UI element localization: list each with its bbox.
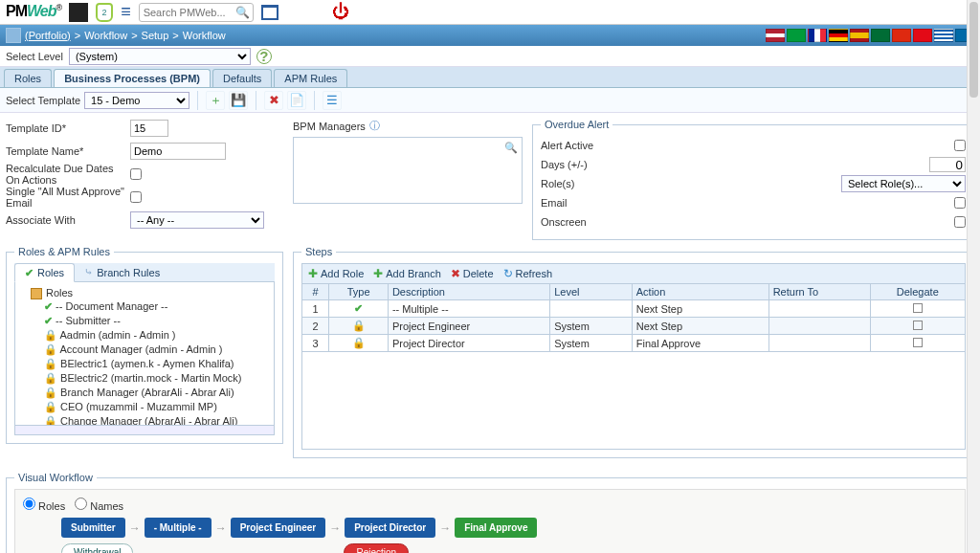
calendar-icon[interactable] (261, 5, 278, 20)
roles-sub-tabs: ✔ Roles⤷ Branch Rules (14, 263, 275, 282)
alert-active-checkbox[interactable] (954, 140, 966, 151)
steps-add-role-button[interactable]: ✚Add Role (308, 267, 364, 280)
roles-apm-fieldset: Roles & APM Rules ✔ Roles⤷ Branch Rules … (6, 246, 283, 444)
tree-item[interactable]: ✔ -- Document Manager -- (44, 299, 272, 314)
flag-cn[interactable] (892, 29, 911, 42)
alert-active-label: Alert Active (541, 140, 954, 151)
tree-item[interactable]: ✔ -- Submitter -- (44, 314, 272, 328)
wf-node[interactable]: Project Director (345, 518, 435, 538)
bpm-managers-label: BPM Managers (293, 121, 366, 132)
single-email-label: Single "All Must Approve" Email (6, 186, 130, 209)
flag-gr[interactable] (934, 29, 953, 42)
flag-br[interactable] (787, 29, 806, 42)
flag-es[interactable] (850, 29, 869, 42)
associate-label: Associate With (6, 214, 130, 226)
overdue-alert-fieldset: Overdue Alert Alert Active Days (+/-) Ro… (532, 119, 974, 240)
tab-defaults[interactable]: Defaults (212, 69, 272, 87)
wf-node[interactable]: - Multiple - (145, 518, 212, 538)
tree-item[interactable]: 🔒 CEO (muzammil - Muzammil MP) (44, 400, 272, 414)
select-level-row: Select Level (System) ? (0, 46, 980, 67)
tab-apm-rules[interactable]: APM Rules (274, 69, 347, 87)
wf-final-node[interactable]: Final Approve (455, 518, 537, 538)
roles-dropdown[interactable]: Select Role(s)... (841, 175, 966, 192)
tree-item[interactable]: 🔒 BElectric1 (aymen.k - Aymen Khalifa) (44, 357, 272, 371)
top-bar: PMWeb® 2 ≡ 🔍 ⏻ (0, 0, 980, 25)
template-id-input[interactable] (130, 120, 168, 137)
breadcrumb-l1: Workflow (84, 30, 127, 41)
email-checkbox[interactable] (954, 197, 966, 209)
new-button[interactable]: ＋ (206, 91, 225, 110)
power-icon[interactable]: ⏻ (332, 2, 349, 22)
table-row[interactable]: 2🔒Project EngineerSystemNext Step (302, 318, 966, 335)
select-template-label: Select Template (6, 95, 80, 106)
recalc-label: Recalculate Due Dates On Actions (6, 163, 130, 186)
user-avatar[interactable] (69, 3, 88, 22)
arrow-icon: → (329, 521, 341, 535)
associate-dropdown[interactable]: -- Any -- (130, 211, 264, 229)
days-label: Days (+/-) (541, 159, 929, 170)
search-icon[interactable]: 🔍 (235, 6, 250, 19)
recalc-checkbox[interactable] (130, 168, 142, 180)
roles-tree[interactable]: Roles✔ -- Document Manager --✔ -- Submit… (14, 282, 275, 426)
form-area: Template ID* Template Name* Recalculate … (0, 113, 980, 246)
visual-workflow-legend: Visual Workflow (14, 472, 97, 483)
flag-sa[interactable] (871, 29, 890, 42)
vw-roles-radio[interactable]: Roles (23, 498, 65, 512)
tree-item[interactable]: 🔒 Branch Manager (AbrarAli - Abrar Ali) (44, 386, 272, 400)
onscreen-checkbox[interactable] (954, 216, 966, 228)
delegate-checkbox[interactable] (913, 321, 923, 330)
sub-tab-roles[interactable]: ✔ Roles (14, 263, 75, 282)
template-name-label: Template Name* (6, 145, 130, 157)
breadcrumb-icon[interactable] (6, 28, 21, 43)
lower-panels: Roles & APM Rules ✔ Roles⤷ Branch Rules … (0, 246, 980, 464)
tree-item[interactable]: 🔒 Change Manager (AbrarAli - Abrar Ali) (44, 414, 272, 426)
tree-item[interactable]: 🔒 Aadmin (admin - Admin ) (44, 328, 272, 343)
breadcrumb-portfolio[interactable]: (Portfolio) (25, 30, 71, 41)
tree-h-scrollbar[interactable] (14, 426, 275, 435)
breadcrumb-l2: Setup (142, 30, 169, 41)
days-input[interactable] (929, 157, 966, 172)
save-button[interactable]: 💾 (229, 91, 248, 110)
delegate-checkbox[interactable] (913, 338, 923, 347)
bpm-managers-box[interactable]: 🔍 (293, 137, 523, 204)
flag-tr[interactable] (913, 29, 932, 42)
steps-delete-button[interactable]: ✖Delete (451, 267, 494, 280)
wf-withdrawal-node[interactable]: Withdrawal (61, 543, 133, 553)
select-level-dropdown[interactable]: (System) (69, 48, 251, 65)
shield-badge[interactable]: 2 (96, 3, 113, 22)
delete-button[interactable]: ✖ (264, 91, 283, 110)
tree-item[interactable]: 🔒 BElectric2 (martin.mock - Martin Mock) (44, 371, 272, 386)
copy-button[interactable]: 📄 (287, 91, 306, 110)
table-row[interactable]: 3🔒Project DirectorSystemFinal Approve (302, 335, 966, 352)
vw-names-radio[interactable]: Names (75, 498, 123, 512)
single-email-checkbox[interactable] (130, 191, 142, 203)
flag-de[interactable] (829, 29, 848, 42)
flow-button[interactable]: ☰ (323, 91, 342, 110)
flag-fr[interactable] (808, 29, 827, 42)
sub-tab-branch-rules[interactable]: ⤷ Branch Rules (75, 263, 169, 281)
info-icon[interactable]: ⓘ (369, 119, 380, 133)
select-template-dropdown[interactable]: 15 - Demo (84, 92, 189, 109)
wf-node[interactable]: Project Engineer (231, 518, 325, 538)
search-icon[interactable]: 🔍 (504, 142, 518, 154)
page-v-scrollbar[interactable] (967, 0, 980, 553)
steps-fieldset: Steps ✚Add Role✚Add Branch✖Delete↻Refres… (293, 246, 974, 458)
overdue-legend: Overdue Alert (541, 119, 612, 130)
steps-grid: #TypeDescriptionLevelActionReturn ToDele… (301, 283, 966, 352)
flag-us[interactable] (766, 29, 785, 42)
tab-roles[interactable]: Roles (4, 69, 52, 87)
visual-workflow-fieldset: Visual Workflow Roles Names Submitter→- … (6, 472, 974, 553)
table-row[interactable]: 1✔-- Multiple --Next Step (302, 300, 966, 318)
menu-icon[interactable]: ≡ (121, 2, 131, 22)
steps-add-branch-button[interactable]: ✚Add Branch (373, 267, 440, 280)
tab-business-processes-bpm-[interactable]: Business Processes (BPM) (54, 69, 211, 87)
tree-item[interactable]: 🔒 Account Manager (admin - Admin ) (44, 343, 272, 357)
template-name-input[interactable] (130, 143, 226, 160)
wf-rejection-node[interactable]: Rejection (344, 543, 409, 553)
steps-refresh-button[interactable]: ↻Refresh (503, 267, 553, 280)
help-icon[interactable]: ? (256, 49, 272, 64)
steps-legend: Steps (301, 246, 336, 257)
template-id-label: Template ID* (6, 122, 130, 134)
wf-node[interactable]: Submitter (61, 518, 125, 538)
delegate-checkbox[interactable] (913, 303, 923, 313)
